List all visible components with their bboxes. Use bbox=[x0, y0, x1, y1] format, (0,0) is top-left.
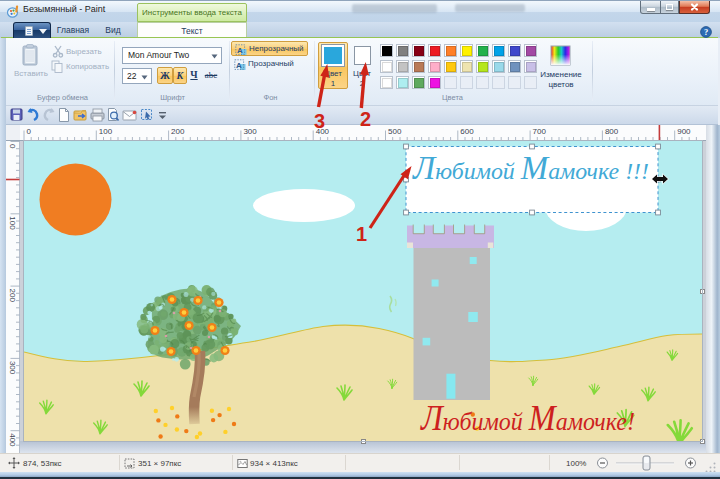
svg-text:3: 3 bbox=[314, 110, 325, 132]
svg-text:2: 2 bbox=[360, 108, 371, 130]
svg-text:1: 1 bbox=[356, 223, 367, 245]
